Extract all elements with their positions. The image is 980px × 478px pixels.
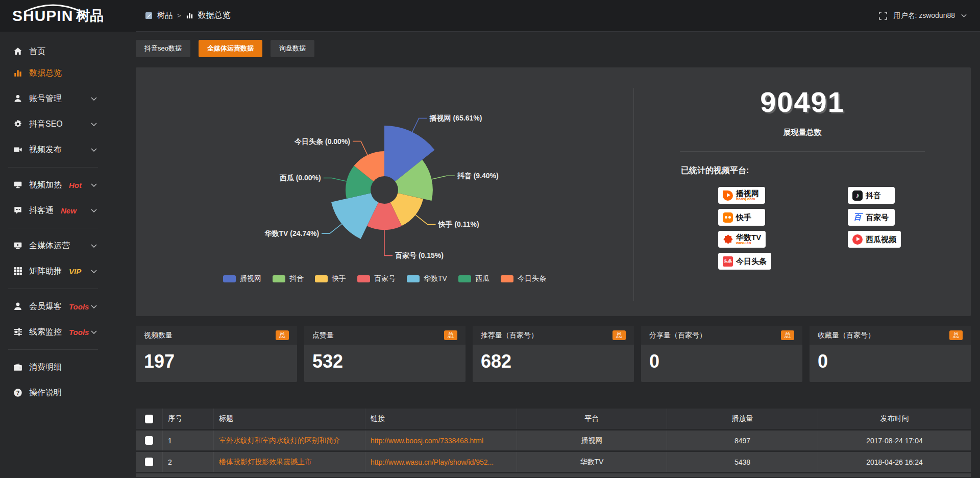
sidebar-item-label: 线索监控 bbox=[29, 327, 62, 338]
legend-swatch-icon bbox=[273, 275, 285, 282]
sidebar-item-douyin-seo[interactable]: 抖音SEO bbox=[0, 111, 106, 137]
platform-name: 播视网 bbox=[736, 189, 759, 198]
pie-label: 快手 (0.11%) bbox=[438, 220, 479, 228]
platform-name: 百家号 bbox=[866, 213, 889, 222]
sidebar-item-home[interactable]: 首页 bbox=[0, 43, 106, 60]
stat-card-0: 视频数量总197 bbox=[136, 326, 297, 382]
chevron-down-icon bbox=[91, 270, 97, 273]
chevron-down-icon bbox=[91, 148, 97, 152]
wallet-icon bbox=[13, 363, 22, 372]
sidebar-item-douketong[interactable]: 抖客通New bbox=[0, 198, 106, 223]
cell-link[interactable]: http://www.boosj.com/7338468.html bbox=[365, 431, 517, 450]
row-checkbox[interactable] bbox=[145, 458, 153, 466]
legend-label: 今日头条 bbox=[518, 274, 546, 283]
impressions-total-label: 展现量总数 bbox=[634, 128, 971, 137]
stat-card-3: 分享量（百家号）总0 bbox=[641, 326, 802, 382]
rose-chart-area: 播视网 (65.61%)抖音 (9.40%)快手 (0.11%)百家号 (0.1… bbox=[136, 67, 633, 316]
summary-divider bbox=[680, 151, 925, 152]
chevron-down-icon bbox=[91, 305, 97, 308]
user-box: 用户名: zswodun88 bbox=[879, 11, 967, 20]
row-checkbox-cell bbox=[136, 431, 162, 450]
stat-card-header: 收藏量（百家号）总 bbox=[810, 326, 971, 345]
rose-pie-chart: 播视网 (65.61%)抖音 (9.40%)快手 (0.11%)百家号 (0.1… bbox=[136, 67, 633, 302]
platform-name: 华数TV bbox=[736, 233, 761, 242]
tab-media-operation-data[interactable]: 全媒体运营数据 bbox=[199, 40, 262, 57]
tab-douyin-seo-data[interactable]: 抖音seo数据 bbox=[136, 40, 190, 57]
sidebar-item-data-overview[interactable]: 数据总览 bbox=[0, 60, 106, 86]
stat-label: 分享量（百家号） bbox=[649, 331, 706, 340]
tab-inquiry-data[interactable]: 询盘数据 bbox=[271, 40, 314, 57]
pie-sector-4[interactable] bbox=[331, 193, 378, 239]
cell-plays: 5438 bbox=[667, 452, 818, 472]
sidebar-item-operation-guide[interactable]: ?操作说明 bbox=[0, 380, 106, 405]
top-bar: SHUPIN 树品 树品 > 数据总览 用户名: zswodun88 bbox=[0, 0, 980, 32]
select-all-checkbox[interactable] bbox=[145, 415, 153, 423]
platform-badge-kuaishou: 快手 bbox=[718, 209, 765, 226]
cell-platform: 华数TV bbox=[517, 452, 667, 472]
table-header-cell: 平台 bbox=[517, 409, 667, 429]
username-label[interactable]: 用户名: zswodun88 bbox=[893, 11, 955, 20]
stat-card-2: 推荐量（百家号）总682 bbox=[473, 326, 634, 382]
video-icon bbox=[13, 145, 22, 154]
legend-label: 西瓜 bbox=[475, 274, 489, 283]
platform-name: 西瓜视频 bbox=[866, 235, 896, 244]
table-row: 1室外水纹灯和室内水纹灯的区别和简介http://www.boosj.com/7… bbox=[136, 429, 971, 450]
legend-item-5[interactable]: 西瓜 bbox=[458, 274, 489, 283]
platform-grid: 播视网boosj.com 快手 华数TVwasu.cn 今日头条 bbox=[634, 187, 971, 270]
sidebar-item-label: 消费明细 bbox=[29, 362, 62, 373]
table-header-row: 序号标题链接平台播放量发布时间 bbox=[136, 409, 971, 429]
total-badge: 总 bbox=[949, 330, 963, 340]
cell-title[interactable]: 室外水纹灯和室内水纹灯的区别和简介 bbox=[213, 431, 365, 450]
cell-link[interactable]: http://www.wasu.cn/Play/show/id/952... bbox=[365, 452, 517, 472]
legend-item-3[interactable]: 百家号 bbox=[357, 274, 396, 283]
chevron-down-icon bbox=[91, 183, 97, 187]
sidebar-item-video-heating[interactable]: 视频加热Hot bbox=[0, 172, 106, 198]
legend-label: 播视网 bbox=[240, 274, 261, 283]
stat-value: 197 bbox=[136, 345, 297, 371]
sidebar-item-label: 抖音SEO bbox=[29, 119, 63, 130]
platform-badge-douyin: 抖音 bbox=[848, 187, 895, 204]
app-logo: SHUPIN 树品 bbox=[0, 0, 136, 32]
breadcrumb-root[interactable]: 树品 bbox=[157, 11, 173, 20]
legend-item-1[interactable]: 抖音 bbox=[273, 274, 304, 283]
legend-swatch-icon bbox=[357, 275, 370, 282]
cell-title[interactable]: 楼体投影灯投影效果震撼上市 bbox=[213, 452, 365, 472]
sidebar-item-media-operation[interactable]: 全媒体运营 bbox=[0, 233, 106, 258]
stat-label: 点赞量 bbox=[312, 331, 334, 340]
chevron-down-icon[interactable] bbox=[961, 14, 967, 17]
sidebar-item-matrix-boost[interactable]: 矩阵助推VIP bbox=[0, 258, 106, 284]
legend-item-4[interactable]: 华数TV bbox=[407, 274, 447, 283]
sidebar-item-member-baoke[interactable]: 会员爆客Tools bbox=[0, 294, 106, 319]
sidebar-divider bbox=[8, 289, 98, 289]
sidebar-item-label: 矩阵助推 bbox=[29, 266, 62, 277]
platform-column-right: 抖音 百家号 西瓜视频 bbox=[848, 187, 901, 270]
sidebar-item-clue-monitor[interactable]: 线索监控Tools bbox=[0, 319, 106, 345]
fullscreen-icon[interactable] bbox=[879, 12, 887, 20]
sidebar-item-account-management[interactable]: 账号管理 bbox=[0, 86, 106, 111]
pie-label-line bbox=[322, 224, 342, 234]
sidebar-item-video-publish[interactable]: 视频发布 bbox=[0, 137, 106, 162]
pie-label-line bbox=[324, 178, 347, 181]
total-badge: 总 bbox=[276, 330, 289, 340]
main-content: 抖音seo数据全媒体运营数据询盘数据 播视网 (65.61%)抖音 (9.40%… bbox=[106, 32, 980, 478]
table-row: 2楼体投影灯投影效果震撼上市http://www.wasu.cn/Play/sh… bbox=[136, 450, 971, 472]
stats-row: 视频数量总197点赞量总532推荐量（百家号）总682分享量（百家号）总0收藏量… bbox=[136, 326, 971, 382]
legend-swatch-icon bbox=[315, 275, 328, 282]
sidebar-item-consumption-detail[interactable]: 消费明细 bbox=[0, 354, 106, 380]
chevron-down-icon bbox=[91, 209, 97, 212]
pie-label-line bbox=[412, 118, 427, 132]
chevron-down-icon bbox=[91, 123, 97, 126]
legend-swatch-icon bbox=[223, 275, 236, 282]
legend-swatch-icon bbox=[458, 275, 471, 282]
table-header-cell: 序号 bbox=[162, 409, 213, 429]
sidebar-item-label: 全媒体运营 bbox=[29, 241, 70, 251]
sidebar-item-label: 会员爆客 bbox=[29, 301, 62, 312]
legend-swatch-icon bbox=[407, 275, 420, 282]
edit-square-icon bbox=[145, 12, 153, 19]
pie-label: 抖音 (9.40%) bbox=[457, 172, 499, 180]
row-checkbox[interactable] bbox=[145, 436, 153, 445]
legend-item-2[interactable]: 快手 bbox=[315, 274, 346, 283]
legend-item-0[interactable]: 播视网 bbox=[223, 274, 261, 283]
sidebar-divider bbox=[8, 167, 98, 168]
legend-item-6[interactable]: 今日头条 bbox=[501, 274, 546, 283]
